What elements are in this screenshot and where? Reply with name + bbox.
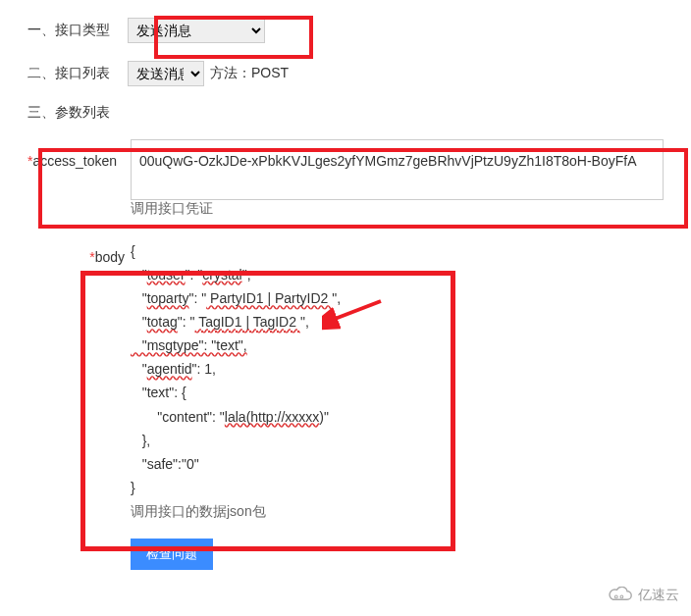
interface-list-select[interactable]: 发送消息 (128, 61, 204, 86)
body-json-input[interactable]: { "touser": "crystal", "toparty": " Part… (131, 235, 425, 503)
access-token-help: 调用接口凭证 (131, 200, 664, 218)
body-help: 调用接口的数据json包 (131, 503, 664, 521)
section3-label: 三、参数列表 (27, 104, 128, 122)
check-button[interactable]: 检查问题 (131, 539, 213, 570)
interface-type-select[interactable]: 发送消息 (128, 18, 265, 43)
method-label: 方法：POST (210, 65, 289, 82)
param-body-label: *body (27, 235, 131, 265)
section2-label: 二、接口列表 (27, 65, 128, 82)
access-token-input[interactable]: 00uQwG-OzkJDe-xPbkKVJLges2yfYMGmz7geBRhv… (131, 139, 664, 200)
section1-label: 一、接口类型 (27, 22, 128, 39)
param-access-token-label: *access_token (27, 139, 131, 169)
